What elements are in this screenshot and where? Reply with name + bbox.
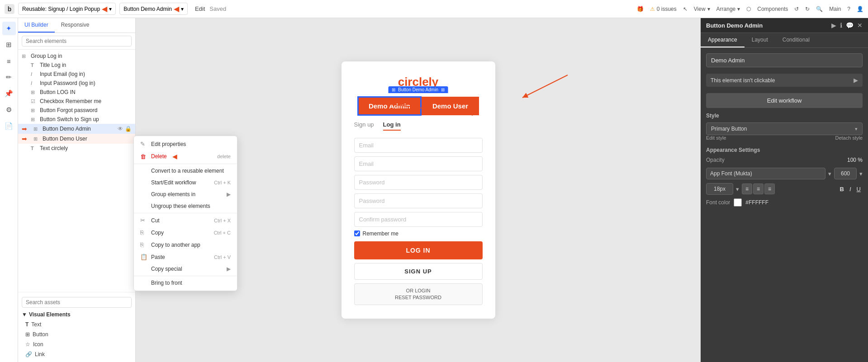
page-dropdown[interactable]: Button Demo Admin ◀ ▾ — [119, 3, 188, 15]
login-card: circlely ⊞ Button Demo Admin ⊞ Demo Admi… — [342, 61, 495, 319]
left-icon-settings[interactable]: ⚙ — [2, 103, 16, 117]
gift-icon[interactable]: 🎁 — [637, 6, 644, 12]
rp-tab-layout[interactable]: Layout — [745, 33, 775, 47]
tree-item-button-demo-user[interactable]: ➡ ⊞ Button Demo User — [18, 134, 135, 144]
ctx-delete[interactable]: 🗑 Delete ◀ delete — [134, 150, 237, 163]
align-center-btn[interactable]: ≡ — [753, 183, 764, 194]
view-dropdown[interactable]: View ▾ — [694, 6, 710, 12]
comment-icon[interactable]: 💬 — [846, 22, 854, 29]
ctx-bring-front[interactable]: Bring to front — [134, 277, 237, 289]
search-assets-input[interactable] — [22, 297, 132, 308]
ctx-paste[interactable]: 📋 Paste Ctrl + V — [134, 251, 237, 263]
edit-label[interactable]: Edit — [195, 5, 205, 12]
ctx-start-workflow[interactable]: Start/Edit workflow Ctrl + K — [134, 177, 237, 188]
left-icon-database[interactable]: 📄 — [2, 119, 16, 133]
login-tab[interactable]: Log in — [383, 121, 401, 131]
reusable-dropdown[interactable]: Reusable: Signup / Login Popup ◀ ▾ — [18, 3, 116, 15]
style-select-row[interactable]: Primary Button ▾ — [706, 122, 863, 135]
email-field-1[interactable]: Email — [354, 138, 483, 153]
confirm-password-field[interactable]: Confirm password — [354, 212, 483, 227]
tree-item-input-password[interactable]: I Input Password (log in) — [18, 79, 135, 88]
reusable-arrow: ◀ — [102, 5, 107, 13]
ctx-edit-properties[interactable]: ✎ Edit properties — [134, 138, 237, 150]
tree-item-button-switch[interactable]: ⊞ Button Switch to Sign up — [18, 115, 135, 124]
main-label[interactable]: Main — [829, 6, 841, 12]
rp-tab-appearance[interactable]: Appearance — [701, 33, 745, 47]
login-button[interactable]: LOG IN — [354, 241, 483, 259]
underline-btn[interactable]: U — [855, 185, 863, 193]
left-icon-layout[interactable]: ⊞ — [2, 38, 16, 52]
tree-item-input-email[interactable]: I Input Email (log in) — [18, 70, 135, 79]
assets-item-icon[interactable]: ☆ Icon — [18, 339, 135, 349]
close-icon[interactable]: ✕ — [857, 22, 863, 29]
tree-item-text-circlely[interactable]: T Text circlely — [18, 144, 135, 153]
components-icon[interactable]: ⬡ — [746, 6, 751, 12]
group-login-label: Group Log in — [31, 53, 132, 59]
copy-app-icon: ⎘ — [140, 241, 147, 248]
rp-tab-conditional[interactable]: Conditional — [775, 33, 817, 47]
bold-btn[interactable]: B — [838, 185, 846, 193]
tree-item-group-login[interactable]: ⊞ Group Log in — [18, 52, 135, 61]
assets-item-link[interactable]: 🔗 Link — [18, 349, 135, 359]
search-elements-input[interactable] — [22, 36, 132, 47]
font-color-swatch[interactable] — [734, 198, 742, 207]
password-field-2[interactable]: Password — [354, 193, 483, 208]
left-icon-ui-builder[interactable]: ✦ — [2, 22, 16, 35]
edit-workflow-button[interactable]: Edit workflow — [706, 93, 863, 108]
font-size-input[interactable]: 18px — [706, 183, 733, 195]
align-right-btn[interactable]: ≡ — [764, 183, 775, 194]
ctx-group-elements[interactable]: Group elements in ▶ — [134, 188, 237, 200]
font-select[interactable]: App Font (Mukta) — [706, 168, 825, 179]
not-clickable-toggle[interactable]: This element isn't clickable ▶ — [706, 74, 863, 87]
assets-item-text[interactable]: T Text — [18, 320, 135, 329]
signup-button[interactable]: SIGN UP — [354, 263, 483, 280]
demo-admin-button[interactable]: Demo Admin — [357, 96, 422, 116]
email-field-2[interactable]: Email — [354, 156, 483, 171]
move-icon: ⊞ — [392, 87, 395, 92]
detach-style-label[interactable]: Detach style — [835, 135, 863, 141]
issues-item[interactable]: ⚠ 0 issues — [650, 6, 677, 12]
tree-item-button-demo-admin[interactable]: ➡ ⊞ Button Demo Admin 👁 🔒 — [18, 124, 135, 134]
assets-item-button[interactable]: ⊞ Button — [18, 329, 135, 339]
ctx-convert-reusable[interactable]: Convert to a reusable element — [134, 165, 237, 177]
font-size-chevron[interactable]: ▾ — [736, 186, 739, 193]
element-name-input[interactable] — [706, 53, 863, 67]
ctx-cut[interactable]: ✂ Cut Ctrl + X — [134, 214, 237, 226]
tree-item-button-forgot[interactable]: ⊞ Button Forgot password — [18, 106, 135, 115]
play-icon[interactable]: ▶ — [831, 22, 836, 29]
font-weight-input[interactable]: 600 — [834, 168, 857, 179]
undo-icon[interactable]: ↺ — [794, 6, 799, 12]
ctx-copy-special[interactable]: Copy special ▶ — [134, 263, 237, 275]
font-weight-chevron[interactable]: ▾ — [859, 170, 863, 177]
font-dropdown-chevron[interactable]: ▾ — [828, 170, 831, 177]
search-icon[interactable]: 🔍 — [816, 6, 823, 12]
left-icon-data[interactable]: ≡ — [2, 54, 16, 68]
ctx-copy-another-app[interactable]: ⎘ Copy to another app — [134, 239, 237, 251]
assets-group-visual[interactable]: ▼ Visual Elements — [18, 310, 135, 320]
info-icon[interactable]: ℹ — [840, 22, 842, 29]
help-icon[interactable]: ? — [847, 6, 850, 12]
eye-icon[interactable]: 👁 — [118, 126, 123, 132]
tab-ui-builder[interactable]: UI Builder — [18, 18, 55, 33]
edit-style-label[interactable]: Edit style — [706, 135, 726, 141]
italic-btn[interactable]: I — [848, 185, 853, 193]
tree-item-button-login[interactable]: ⊞ Button LOG IN — [18, 88, 135, 97]
remember-me-checkbox[interactable] — [354, 230, 360, 236]
tree-item-title-login[interactable]: T Title Log in — [18, 61, 135, 70]
ctx-copy[interactable]: ⎘ Copy Ctrl + C — [134, 226, 237, 239]
tab-responsive[interactable]: Responsive — [55, 18, 96, 33]
avatar-icon[interactable]: 👤 — [857, 6, 863, 12]
arrange-dropdown[interactable]: Arrange ▾ — [716, 6, 740, 12]
password-field-1[interactable]: Password — [354, 175, 483, 190]
tree-item-checkbox-remember[interactable]: ☑ Checkbox Remember me — [18, 97, 135, 106]
cursor-icon[interactable]: ↖ — [683, 6, 688, 12]
demo-user-button[interactable]: Demo User — [422, 97, 479, 115]
signup-tab[interactable]: Sign up — [354, 121, 374, 131]
lock-icon[interactable]: 🔒 — [125, 126, 132, 132]
align-left-btn[interactable]: ≡ — [742, 183, 752, 194]
redo-icon[interactable]: ↻ — [805, 6, 810, 12]
left-icon-style[interactable]: ✏ — [2, 71, 16, 84]
reset-password-button[interactable]: OR LOGIN RESET PASSWORD — [354, 283, 483, 306]
left-icon-pin[interactable]: 📌 — [2, 87, 16, 100]
ctx-ungroup[interactable]: Ungroup these elements — [134, 200, 237, 212]
